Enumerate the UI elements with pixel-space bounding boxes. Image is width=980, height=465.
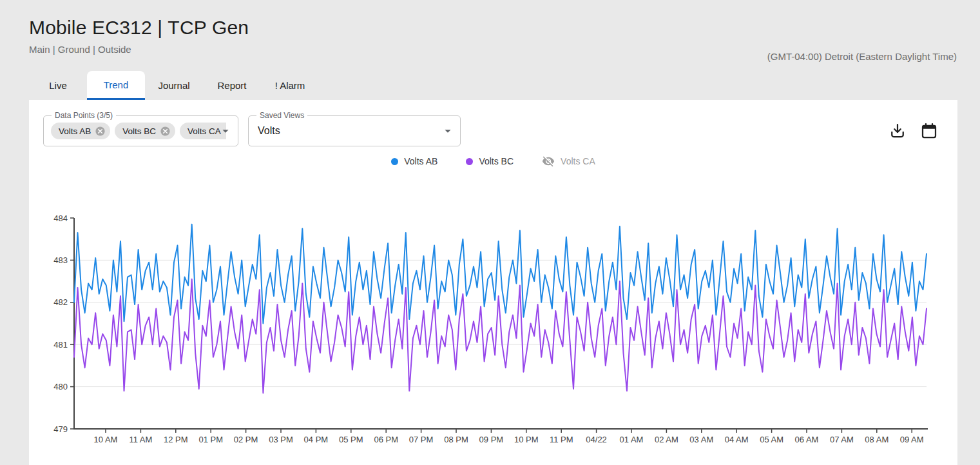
legend-item-volts-ab[interactable]: Volts AB <box>391 156 437 166</box>
svg-text:01 AM: 01 AM <box>620 435 644 444</box>
data-points-select[interactable]: Data Points (3/5) Volts AB Volts BC Volt… <box>43 115 238 146</box>
legend-item-volts-bc[interactable]: Volts BC <box>466 156 514 166</box>
chip-label: Volts AB <box>59 126 91 136</box>
svg-text:06 AM: 06 AM <box>795 435 819 444</box>
chip-remove-icon[interactable] <box>160 126 171 137</box>
svg-text:04 AM: 04 AM <box>725 435 749 444</box>
svg-text:12 PM: 12 PM <box>164 435 188 444</box>
data-points-label: Data Points (3/5) <box>52 111 116 120</box>
eye-off-icon <box>542 155 555 168</box>
chevron-down-icon[interactable] <box>218 124 233 138</box>
svg-text:04 PM: 04 PM <box>304 435 329 444</box>
saved-views-select[interactable]: Saved Views Volts <box>248 115 461 146</box>
chip-volts-bc[interactable]: Volts BC <box>115 123 175 139</box>
page-header: Mobile EC312 | TCP Gen Main | Ground | O… <box>0 0 980 71</box>
svg-text:05 PM: 05 PM <box>339 435 363 444</box>
svg-text:09 PM: 09 PM <box>479 435 504 444</box>
tab-alarm[interactable]: ! Alarm <box>261 71 319 100</box>
svg-text:04/22: 04/22 <box>586 435 607 444</box>
page-title: Mobile EC312 | TCP Gen <box>29 17 957 39</box>
data-points-chips: Volts AB Volts BC Volts CA <box>51 123 226 139</box>
svg-text:479: 479 <box>53 424 68 434</box>
svg-text:03 PM: 03 PM <box>269 435 293 444</box>
trend-panel: Data Points (3/5) Volts AB Volts BC Volt… <box>29 100 957 465</box>
tab-report[interactable]: Report <box>203 71 261 100</box>
timezone-label: (GMT-04:00) Detroit (Eastern Daylight Ti… <box>767 51 957 62</box>
svg-text:11 PM: 11 PM <box>550 435 573 444</box>
svg-text:02 PM: 02 PM <box>234 435 258 444</box>
tab-trend[interactable]: Trend <box>87 71 145 100</box>
svg-text:08 AM: 08 AM <box>865 435 889 444</box>
chevron-down-icon[interactable] <box>441 124 455 138</box>
svg-text:481: 481 <box>53 340 68 350</box>
legend-label: Volts BC <box>479 156 514 166</box>
trend-chart: 47948048148248348410 AM11 AM12 PM01 PM02… <box>29 203 957 461</box>
saved-views-value: Volts <box>258 125 280 137</box>
svg-text:03 AM: 03 AM <box>689 435 713 444</box>
svg-text:02 AM: 02 AM <box>655 435 678 444</box>
svg-text:484: 484 <box>53 213 68 223</box>
chip-label: Volts CA <box>187 126 221 136</box>
svg-text:08 PM: 08 PM <box>444 435 468 444</box>
svg-text:482: 482 <box>53 297 68 307</box>
trend-chart-area: 47948048148248348410 AM11 AM12 PM01 PM02… <box>29 203 957 461</box>
svg-text:07 PM: 07 PM <box>409 435 434 444</box>
svg-text:10 AM: 10 AM <box>94 435 118 444</box>
legend-label: Volts CA <box>561 156 595 166</box>
chip-label: Volts BC <box>122 126 156 136</box>
download-icon[interactable] <box>888 121 907 141</box>
series-dot-icon <box>466 158 473 165</box>
legend-item-volts-ca[interactable]: Volts CA <box>542 155 595 168</box>
series-dot-icon <box>391 158 398 165</box>
svg-text:09 AM: 09 AM <box>900 435 924 444</box>
svg-text:11 AM: 11 AM <box>129 435 152 444</box>
tab-live[interactable]: Live <box>29 71 87 100</box>
svg-text:483: 483 <box>53 255 68 265</box>
calendar-icon[interactable] <box>919 121 939 141</box>
legend-label: Volts AB <box>404 156 437 166</box>
svg-text:01 PM: 01 PM <box>198 435 223 444</box>
chip-remove-icon[interactable] <box>95 126 106 137</box>
svg-text:06 PM: 06 PM <box>374 435 398 444</box>
svg-text:05 AM: 05 AM <box>760 435 783 444</box>
svg-text:07 AM: 07 AM <box>830 435 854 444</box>
svg-text:10 PM: 10 PM <box>514 435 539 444</box>
saved-views-label: Saved Views <box>256 111 307 120</box>
chart-legend: Volts AB Volts BC Volts CA <box>29 155 957 168</box>
chip-volts-ab[interactable]: Volts AB <box>51 123 110 139</box>
tab-journal[interactable]: Journal <box>145 71 203 100</box>
svg-text:480: 480 <box>53 382 68 391</box>
tab-bar: Live Trend Journal Report ! Alarm <box>29 71 980 100</box>
